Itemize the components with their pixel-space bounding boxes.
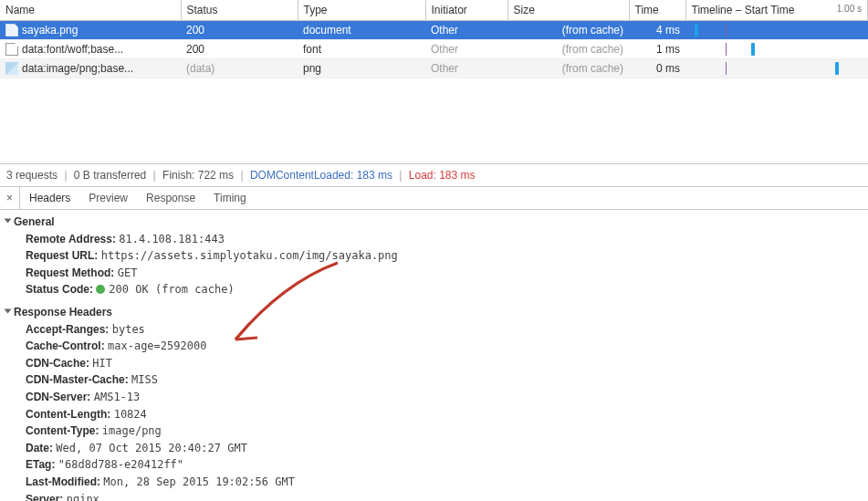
tab-response[interactable]: Response bbox=[137, 187, 204, 209]
cell-size: (from cache) bbox=[507, 59, 629, 78]
timeline-label: Timeline – Start Time bbox=[692, 4, 795, 16]
timeline-cell bbox=[691, 62, 863, 75]
cell-time: 4 ms bbox=[629, 21, 685, 40]
tab-timing[interactable]: Timing bbox=[204, 187, 256, 209]
col-name[interactable]: Name bbox=[0, 0, 181, 21]
file-icon bbox=[5, 43, 18, 56]
table-empty-area bbox=[0, 78, 868, 164]
kv-header: CDN-Master-Cache: MISS bbox=[5, 371, 863, 389]
section-general[interactable]: General bbox=[5, 214, 863, 231]
status-dot-icon bbox=[96, 285, 105, 294]
section-title: Response Headers bbox=[14, 306, 112, 318]
kv-request-url: Request URL: https://assets.simplyotaku.… bbox=[5, 247, 863, 265]
file-icon bbox=[5, 24, 18, 37]
cell-initiator: Other bbox=[425, 40, 507, 59]
cell-status: 200 bbox=[181, 21, 298, 40]
cell-type: png bbox=[298, 59, 425, 78]
table-row[interactable]: data:font/woff;base... 200 font Other (f… bbox=[0, 40, 868, 59]
kv-header: Last-Modified: Mon, 28 Sep 2015 19:02:56… bbox=[5, 474, 863, 491]
cell-name: data:font/woff;base... bbox=[22, 43, 123, 56]
close-icon[interactable]: × bbox=[0, 187, 20, 209]
kv-header: CDN-Server: AMS1-13 bbox=[5, 389, 863, 406]
col-time[interactable]: Time bbox=[629, 0, 685, 21]
timeline-cell bbox=[691, 24, 863, 37]
table-row[interactable]: sayaka.png 200 document Other (from cach… bbox=[0, 21, 868, 40]
network-table[interactable]: Name Status Type Initiator Size Time Tim… bbox=[0, 0, 868, 78]
kv-header: CDN-Cache: HIT bbox=[5, 355, 863, 372]
headers-panel: General Remote Address: 81.4.108.181:443… bbox=[0, 210, 868, 501]
kv-remote-address: Remote Address: 81.4.108.181:443 bbox=[5, 231, 863, 248]
cell-initiator: Other bbox=[425, 21, 507, 40]
cell-status: 200 bbox=[181, 40, 298, 59]
cell-initiator: Other bbox=[425, 59, 507, 78]
cell-name: data:image/png;base... bbox=[22, 62, 133, 75]
col-status[interactable]: Status bbox=[181, 0, 298, 21]
kv-request-method: Request Method: GET bbox=[5, 265, 863, 282]
chevron-down-icon bbox=[5, 219, 12, 224]
cell-status: (data) bbox=[181, 59, 298, 78]
cell-size: (from cache) bbox=[507, 21, 629, 40]
table-row[interactable]: data:image/png;base... (data) png Other … bbox=[0, 59, 868, 78]
section-title: General bbox=[14, 215, 55, 228]
chevron-down-icon bbox=[5, 308, 12, 313]
tab-preview[interactable]: Preview bbox=[79, 187, 137, 209]
kv-header: Content-Length: 10824 bbox=[5, 406, 863, 423]
status-transferred: 0 B transferred bbox=[74, 169, 146, 182]
kv-header: Content-Type: image/png bbox=[5, 423, 863, 440]
status-load: Load: 183 ms bbox=[409, 169, 476, 182]
cell-time: 1 ms bbox=[629, 40, 685, 59]
tab-headers[interactable]: Headers bbox=[20, 187, 79, 209]
status-finish: Finish: 722 ms bbox=[162, 169, 234, 182]
kv-header: Accept-Ranges: bytes bbox=[5, 321, 863, 339]
details-tabs: × Headers Preview Response Timing bbox=[0, 187, 868, 210]
timeline-cell bbox=[691, 43, 863, 56]
section-response-headers[interactable]: Response Headers bbox=[5, 304, 863, 321]
timeline-end-label: 1.00 s bbox=[837, 4, 862, 14]
status-bar: 3 requests | 0 B transferred | Finish: 7… bbox=[0, 164, 868, 187]
col-size[interactable]: Size bbox=[507, 0, 629, 21]
image-icon bbox=[5, 62, 18, 75]
cell-time: 0 ms bbox=[629, 59, 685, 78]
col-timeline[interactable]: Timeline – Start Time 1.00 s bbox=[685, 0, 868, 21]
col-initiator[interactable]: Initiator bbox=[425, 0, 507, 21]
kv-header: ETag: "68d8d788-e20412ff" bbox=[5, 456, 863, 474]
kv-header: Cache-Control: max-age=2592000 bbox=[5, 338, 863, 355]
cell-type: font bbox=[298, 40, 425, 59]
cell-type: document bbox=[298, 21, 425, 40]
status-dcl: DOMContentLoaded: 183 ms bbox=[250, 169, 392, 182]
cell-size: (from cache) bbox=[507, 40, 629, 59]
kv-status-code: Status Code: 200 OK (from cache) bbox=[5, 281, 863, 298]
cell-name: sayaka.png bbox=[22, 24, 78, 37]
kv-header: Server: nginx bbox=[5, 491, 863, 502]
status-requests: 3 requests bbox=[6, 169, 58, 182]
kv-header: Date: Wed, 07 Oct 2015 20:40:27 GMT bbox=[5, 440, 863, 457]
col-type[interactable]: Type bbox=[298, 0, 425, 21]
